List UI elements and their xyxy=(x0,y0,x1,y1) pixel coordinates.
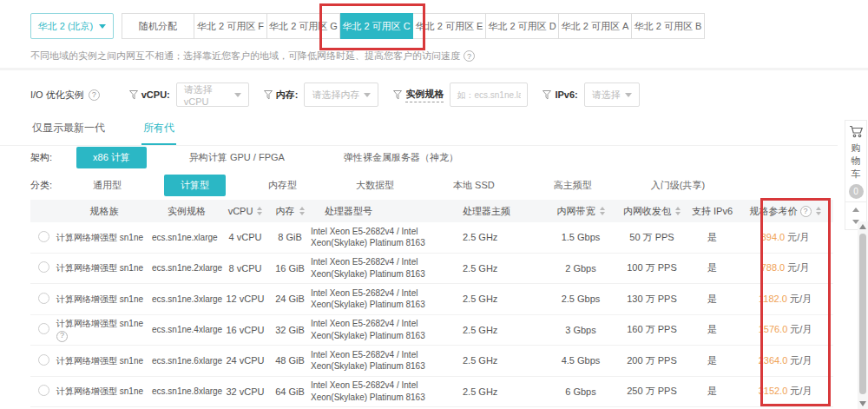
cell-cpu-model: Intel Xeon E5-2682v4 / Intel Xeon(Skylak… xyxy=(311,226,463,249)
instance-table: 规格族 实例规格 vCPU 内存 处理器型号 处理器主频 内网带宽 内网收发包 … xyxy=(30,200,833,407)
ipv6-select-value: 请选择 xyxy=(592,89,621,102)
category-label: 分类: xyxy=(30,179,52,192)
cat-chip-bigdata[interactable]: 大数据型 xyxy=(339,175,411,196)
table-row[interactable]: 计算网络增强型 sn1ne ecs.sn1ne.3xlarge 12 vCPU … xyxy=(30,284,833,315)
cell-memory: 16 GiB xyxy=(269,263,311,274)
sort-icon[interactable] xyxy=(257,207,262,215)
scroll-down-icon[interactable] xyxy=(859,401,866,406)
help-icon[interactable]: ? xyxy=(464,50,475,62)
scroll-up-icon[interactable] xyxy=(859,224,866,229)
row-radio[interactable] xyxy=(38,293,49,304)
sort-icon[interactable] xyxy=(816,207,821,215)
cell-cpu-freq: 2.5 GHz xyxy=(463,386,545,397)
arch-chip-gpu-fpga[interactable]: 异构计算 GPU / FPGA xyxy=(173,147,301,168)
arch-chip-baremetal[interactable]: 弹性裸金属服务器（神龙） xyxy=(327,147,475,168)
zone-tab-b[interactable]: 华北 2 可用区 B xyxy=(632,13,705,39)
header-memory[interactable]: 内存 xyxy=(269,205,311,218)
cat-chip-highfreq[interactable]: 高主频型 xyxy=(537,175,608,196)
filter-icon xyxy=(264,90,273,100)
cat-chip-memory[interactable]: 内存型 xyxy=(252,175,313,196)
header-family: 规格族 xyxy=(56,205,152,218)
row-radio[interactable] xyxy=(38,231,49,242)
cell-family: 计算网络增强型 sn1ne ? xyxy=(56,318,152,342)
vertical-scrollbar[interactable] xyxy=(858,221,868,409)
chevron-up-icon[interactable] xyxy=(852,208,859,212)
memory-select[interactable]: 请选择内存 xyxy=(304,82,378,107)
cell-vcpu: 12 vCPU xyxy=(221,294,269,304)
tab-latest-generation[interactable]: 仅显示最新一代 xyxy=(30,115,107,145)
cell-spec: ecs.sn1ne.3xlarge xyxy=(152,294,221,305)
cell-memory: 8 GiB xyxy=(269,232,311,242)
zone-tab-a[interactable]: 华北 2 可用区 A xyxy=(559,13,632,39)
header-bandwidth[interactable]: 内网带宽 xyxy=(545,205,616,218)
cell-cpu-model: Intel Xeon E5-2682v4 / Intel Xeon(Skylak… xyxy=(311,349,463,373)
cell-cpu-model: Intel Xeon E5-2682v4 / Intel Xeon(Skylak… xyxy=(311,256,463,280)
zone-tab-random[interactable]: 随机分配 xyxy=(122,13,194,39)
cell-cpu-model: Intel Xeon E5-2682v4 / Intel Xeon(Skylak… xyxy=(311,287,463,311)
cell-ipv6: 是 xyxy=(687,261,737,274)
generation-tabs: 仅显示最新一代 所有代 xyxy=(0,115,838,146)
zone-topbar: 华北 2 (北京) 随机分配 华北 2 可用区 F 华北 2 可用区 G 华北 … xyxy=(30,13,705,39)
cell-ipv6: 是 xyxy=(687,354,737,367)
help-icon[interactable]: ? xyxy=(800,206,812,217)
table-row[interactable]: 计算网络增强型 sn1ne ecs.sn1ne.2xlarge 8 vCPU 1… xyxy=(30,254,833,285)
header-cpu-model: 处理器型号 xyxy=(311,205,463,218)
help-icon[interactable]: ? xyxy=(56,331,68,342)
header-vcpu[interactable]: vCPU xyxy=(221,206,269,216)
header-spec: 实例规格 xyxy=(152,205,221,218)
cell-vcpu: 24 vCPU xyxy=(221,355,269,366)
row-radio[interactable] xyxy=(38,261,49,273)
row-radio[interactable] xyxy=(38,385,49,396)
tab-all-generations[interactable]: 所有代 xyxy=(141,115,176,145)
zone-tab-e[interactable]: 华北 2 可用区 E xyxy=(413,13,486,39)
cell-bandwidth: 3 Gbps xyxy=(545,325,616,335)
sort-icon[interactable] xyxy=(299,207,305,215)
header-pps[interactable]: 内网收发包 xyxy=(616,205,687,218)
table-row[interactable]: 计算网络增强型 sn1ne ? ecs.sn1ne.4xlarge 16 vCP… xyxy=(30,315,833,346)
zone-tab-c-active[interactable]: 华北 2 可用区 C xyxy=(340,13,413,39)
instance-picker-screen: 华北 2 (北京) 随机分配 华北 2 可用区 F 华北 2 可用区 G 华北 … xyxy=(0,0,868,409)
cat-chip-compute[interactable]: 计算型 xyxy=(164,175,226,196)
zone-tab-g[interactable]: 华北 2 可用区 G xyxy=(267,13,340,39)
table-row[interactable]: 计算网络增强型 sn1ne ecs.sn1ne.8xlarge 32 vCPU … xyxy=(30,377,833,408)
header-price[interactable]: 规格参考价? xyxy=(737,205,833,218)
ipv6-filter: IPv6: 请选择 xyxy=(542,82,639,107)
scrollbar-thumb[interactable] xyxy=(859,234,866,394)
memory-filter-label: 内存: xyxy=(264,89,299,102)
header-cpu-freq: 处理器主频 xyxy=(463,205,545,218)
arch-chip-x86[interactable]: x86 计算 xyxy=(76,147,147,168)
cell-cpu-model: Intel Xeon E5-2682v4 / Intel Xeon(Skylak… xyxy=(311,318,463,341)
cat-chip-entry[interactable]: 入门级(共享) xyxy=(635,175,721,196)
cell-price: 1182.0元/月 xyxy=(737,293,833,306)
sort-icon[interactable] xyxy=(600,207,605,215)
help-icon[interactable]: ? xyxy=(89,89,100,101)
region-select[interactable]: 华北 2 (北京) xyxy=(30,13,114,39)
cell-vcpu: 8 vCPU xyxy=(221,263,269,274)
cart-panel[interactable]: 购物车 0 xyxy=(845,120,867,205)
filter-icon xyxy=(129,90,138,100)
cart-count-badge: 0 xyxy=(849,184,864,199)
zone-tab-f[interactable]: 华北 2 可用区 F xyxy=(194,13,267,39)
row-radio[interactable] xyxy=(38,323,49,334)
table-row[interactable]: 计算网络增强型 sn1ne ecs.sn1ne.6xlarge 24 vCPU … xyxy=(30,346,833,377)
spec-filter-label: 实例规格 xyxy=(393,88,444,102)
cell-cpu-freq: 2.5 GHz xyxy=(463,232,545,242)
table-row[interactable]: 计算网络增强型 sn1ne ecs.sn1ne.xlarge 4 vCPU 8 … xyxy=(30,222,833,254)
sort-icon[interactable] xyxy=(675,207,681,215)
chevron-down-icon xyxy=(99,24,106,29)
cell-price: 1576.0元/月 xyxy=(737,323,833,336)
cell-pps: 130 万 PPS xyxy=(616,293,687,306)
vcpu-select[interactable]: 请选择 vCPU xyxy=(176,82,249,107)
filter-icon xyxy=(542,90,551,100)
chevron-down-icon xyxy=(234,93,241,97)
spec-input[interactable] xyxy=(450,82,528,107)
ipv6-select[interactable]: 请选择 xyxy=(584,82,640,107)
cat-chip-general[interactable]: 通用型 xyxy=(76,175,138,196)
cell-spec: ecs.sn1ne.2xlarge xyxy=(152,262,221,274)
cat-chip-localssd[interactable]: 本地 SSD xyxy=(437,175,511,196)
zone-tab-d[interactable]: 华北 2 可用区 D xyxy=(486,13,559,39)
cell-family: 计算网络增强型 sn1ne xyxy=(56,262,152,274)
row-radio[interactable] xyxy=(38,354,49,366)
vcpu-filter-label: vCPU: xyxy=(129,89,170,100)
cell-price: 2364.0元/月 xyxy=(737,354,833,367)
